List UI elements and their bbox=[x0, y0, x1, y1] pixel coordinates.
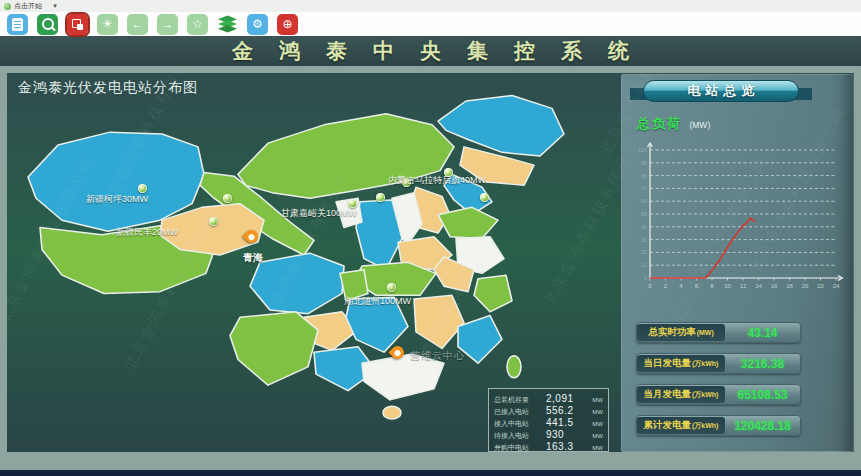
stat-value: 556.2 bbox=[546, 405, 588, 416]
taiwan-island[interactable] bbox=[507, 356, 521, 378]
load-title-unit: (MW) bbox=[689, 120, 710, 130]
metric-label-unit: (万kWh) bbox=[692, 390, 718, 400]
gear-icon: ⚙ bbox=[252, 18, 263, 30]
province-shape[interactable] bbox=[474, 275, 512, 312]
svg-text:10: 10 bbox=[724, 283, 731, 289]
brightness-button[interactable]: ☀ bbox=[97, 14, 118, 35]
stat-label: 并购中电站 bbox=[494, 443, 546, 453]
search-button[interactable] bbox=[37, 14, 58, 35]
stat-row: 待接入电站 930 MW bbox=[494, 429, 603, 441]
stat-row: 接入中电站 441.5 MW bbox=[494, 417, 603, 429]
svg-text:6: 6 bbox=[695, 283, 699, 289]
target-icon: ⊕ bbox=[282, 18, 292, 30]
map-title: 金鸿泰光伏发电电站分布图 bbox=[18, 79, 198, 97]
station-label[interactable]: 甘肃嘉峪关100MW bbox=[281, 207, 357, 220]
metric-label: 当月发电量 (万kWh) bbox=[637, 386, 725, 403]
china-map bbox=[10, 90, 610, 420]
svg-text:10: 10 bbox=[641, 262, 647, 268]
capture-icon bbox=[72, 19, 83, 30]
metric-value: 3216.38 bbox=[725, 357, 800, 371]
header: 金鸿泰中央集控系统 bbox=[0, 36, 861, 66]
load-line-chart: 0102030405060708090100024681012141618202… bbox=[630, 138, 848, 300]
stat-unit: MW bbox=[592, 421, 603, 427]
station-label[interactable]: 新疆柯坪30MW bbox=[86, 193, 148, 206]
station-marker[interactable] bbox=[387, 283, 396, 292]
app-window: 点击开始 ▼ 1 296 1.33var NTH ☀ ← → ☆ ⚙ ⊕ 金鸿泰… bbox=[0, 0, 861, 476]
capture-button[interactable] bbox=[67, 14, 88, 35]
station-marker[interactable] bbox=[376, 193, 385, 202]
stat-label: 接入中电站 bbox=[494, 419, 546, 429]
back-button[interactable]: ← bbox=[127, 14, 148, 35]
panel-title-button[interactable]: 电站总览 bbox=[643, 80, 799, 102]
svg-text:80: 80 bbox=[641, 173, 647, 179]
svg-text:20: 20 bbox=[641, 249, 647, 255]
province-shape[interactable] bbox=[414, 295, 464, 348]
favorite-button[interactable]: ☆ bbox=[187, 14, 208, 35]
svg-text:18: 18 bbox=[786, 283, 793, 289]
stat-label: 已接入电站 bbox=[494, 407, 546, 417]
svg-text:12: 12 bbox=[740, 283, 747, 289]
star-icon: ☆ bbox=[192, 18, 203, 30]
stat-value: 2,091 bbox=[546, 393, 588, 404]
om-center-label: 营维云中心 bbox=[410, 349, 465, 363]
svg-text:70: 70 bbox=[641, 185, 647, 191]
document-icon bbox=[12, 18, 23, 31]
frame-border bbox=[0, 66, 7, 470]
metrics-list: 总实时功率 (MW) 43.14 当日发电量 (万kWh) 3216.38 当月… bbox=[636, 322, 801, 446]
load-title-text: 总负荷 bbox=[637, 116, 682, 131]
stat-value: 441.5 bbox=[546, 417, 588, 428]
svg-text:22: 22 bbox=[817, 283, 824, 289]
svg-text:50: 50 bbox=[641, 211, 647, 217]
metric-value: 65108.53 bbox=[725, 388, 800, 402]
forward-button[interactable]: → bbox=[157, 14, 178, 35]
province-shape[interactable] bbox=[438, 96, 564, 157]
capacity-stats-box: 总装机容量 2,091 MW 已接入电站 556.2 MW 接入中电站 441.… bbox=[488, 388, 609, 452]
stat-unit: MW bbox=[592, 397, 603, 403]
metric-label: 累计发电量 (万kWh) bbox=[637, 417, 725, 434]
metric-label-text: 当月发电量 bbox=[644, 388, 692, 401]
svg-text:24: 24 bbox=[833, 283, 840, 289]
start-menu-button[interactable]: 点击开始 bbox=[14, 1, 42, 11]
qinghai-label[interactable]: 青海 bbox=[243, 251, 263, 265]
stat-label: 待接入电站 bbox=[494, 431, 546, 441]
metric-row: 当月发电量 (万kWh) 65108.53 bbox=[636, 384, 801, 405]
station-label[interactable]: 新疆民丰20MW bbox=[116, 226, 178, 239]
station-marker[interactable] bbox=[138, 184, 147, 193]
station-label[interactable]: 湖北随州100MW bbox=[344, 295, 411, 308]
search-icon bbox=[42, 18, 54, 30]
station-marker[interactable] bbox=[209, 217, 218, 226]
stop-button[interactable]: ⊕ bbox=[277, 14, 298, 35]
station-label[interactable]: 内蒙古乌拉特后旗40MW bbox=[388, 174, 486, 187]
svg-text:2: 2 bbox=[664, 283, 668, 289]
panel-title: 电站总览 bbox=[683, 82, 760, 100]
settings-button[interactable]: ⚙ bbox=[247, 14, 268, 35]
stat-row: 并购中电站 163.3 MW bbox=[494, 441, 603, 453]
chevron-down-icon[interactable]: ▼ bbox=[52, 3, 58, 9]
metric-label: 总实时功率 (MW) bbox=[637, 324, 725, 341]
svg-text:4: 4 bbox=[679, 283, 683, 289]
station-marker[interactable] bbox=[480, 193, 489, 202]
svg-text:90: 90 bbox=[641, 160, 647, 166]
metric-value: 43.14 bbox=[725, 326, 800, 340]
hainan-island[interactable] bbox=[383, 406, 401, 419]
province-shape[interactable] bbox=[356, 200, 402, 270]
svg-text:30: 30 bbox=[641, 237, 647, 243]
province-shape[interactable] bbox=[250, 253, 344, 314]
metric-row: 累计发电量 (万kWh) 120428.18 bbox=[636, 415, 801, 436]
stat-value: 930 bbox=[546, 429, 588, 440]
metric-row: 总实时功率 (MW) 43.14 bbox=[636, 322, 801, 343]
layers-button[interactable] bbox=[217, 14, 238, 35]
svg-text:60: 60 bbox=[641, 198, 647, 204]
metric-row: 当日发电量 (万kWh) 3216.38 bbox=[636, 353, 801, 374]
frame-border bbox=[0, 452, 861, 470]
frame-border bbox=[854, 66, 861, 470]
svg-text:0: 0 bbox=[644, 275, 647, 281]
province-shape[interactable] bbox=[438, 207, 498, 238]
new-document-button[interactable] bbox=[7, 14, 28, 35]
metric-label-unit: (MW) bbox=[697, 329, 714, 336]
province-shape[interactable] bbox=[230, 312, 318, 385]
station-marker[interactable] bbox=[223, 194, 232, 203]
stat-unit: MW bbox=[592, 433, 603, 439]
stat-row: 已接入电站 556.2 MW bbox=[494, 405, 603, 417]
page-title: 金鸿泰中央集控系统 bbox=[206, 37, 655, 65]
